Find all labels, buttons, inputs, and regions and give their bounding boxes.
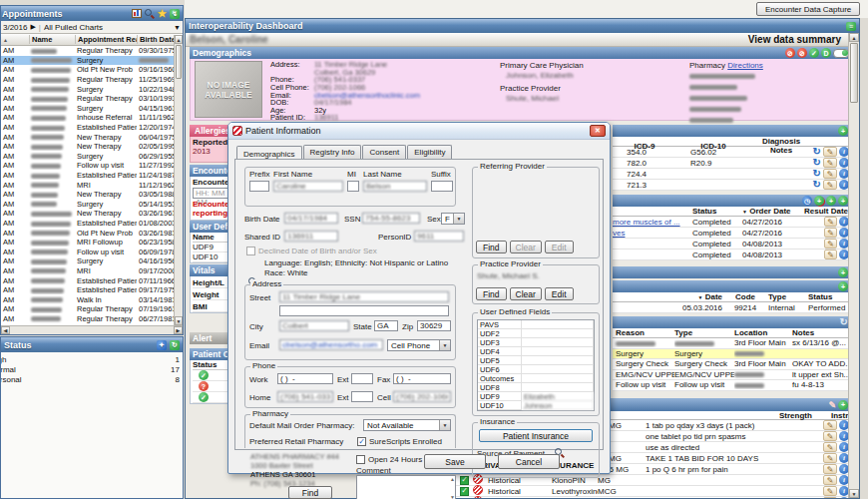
edit-diagnosis-icon[interactable]: ✎: [823, 169, 837, 179]
dashboard-vertical-scrollbar[interactable]: ▲ ▼: [848, 33, 859, 498]
person-id-field[interactable]: [414, 231, 464, 242]
pharmacy-find-button[interactable]: Find: [288, 486, 332, 499]
referring-edit-button[interactable]: Edit: [545, 241, 574, 253]
appointment-row[interactable]: AM Old Pt New Prob 09/16/1960: [1, 65, 175, 75]
edit-medication-icon[interactable]: ✎: [823, 453, 837, 463]
check-status-icon[interactable]: ✓: [199, 370, 209, 380]
refresh-diagnosis-icon[interactable]: ↻: [813, 158, 821, 168]
reason-column-header[interactable]: Appointment Reason: [75, 35, 137, 44]
add-order-icon[interactable]: +: [826, 196, 836, 206]
referring-clear-button[interactable]: Clear: [510, 241, 542, 253]
direct-icon[interactable]: D: [821, 48, 831, 58]
export-icon[interactable]: ↯: [170, 9, 180, 19]
practice-edit-button[interactable]: Edit: [545, 287, 574, 300]
edit-meds-icon[interactable]: ✎: [828, 400, 836, 410]
strength-column-header[interactable]: Strength: [779, 411, 812, 420]
edit-medication-icon[interactable]: ✎: [823, 475, 837, 485]
diagnosis-row[interactable]: 724.4 ↻ ✎ i: [613, 169, 851, 180]
appointment-row[interactable]: AM MRI 11/12/1962: [1, 180, 175, 190]
edit-medication-icon[interactable]: ✎: [823, 464, 837, 474]
last-name-field[interactable]: [363, 181, 427, 192]
time-column-header[interactable]: ▲: [1, 35, 29, 44]
appointment-row[interactable]: AM Regular Therapy 06/27/1981: [1, 314, 175, 324]
diagnosis-notes-column-header[interactable]: Diagnosis Notes: [750, 137, 812, 155]
ssn-field[interactable]: [362, 213, 420, 224]
name-column-header[interactable]: Name: [29, 35, 75, 44]
appointment-row[interactable]: AM Follow up visit 06/09/1978: [1, 247, 175, 256]
next-day-icon[interactable]: ▶: [30, 23, 35, 31]
order-date-column-header[interactable]: ▼ Order Date: [742, 207, 804, 216]
question-status-icon[interactable]: ?: [199, 381, 209, 391]
appointment-row[interactable]: AM MRI 09/17/2000: [1, 266, 175, 276]
appointment-row[interactable]: AM Regular Therapy 07/19/1961: [1, 304, 175, 314]
edit-medication-icon[interactable]: ✎: [823, 431, 837, 441]
mi-field[interactable]: [347, 181, 359, 192]
check-status-icon[interactable]: ✓: [199, 392, 209, 402]
visit-status-column-header[interactable]: Status: [808, 292, 851, 301]
appointment-row[interactable]: AM Walk In 03/14/1981: [1, 294, 175, 304]
med-active-checkbox[interactable]: ✓: [460, 476, 469, 485]
sex-select[interactable]: F▼: [441, 213, 465, 225]
mail-order-select[interactable]: Not Available▼: [363, 419, 451, 431]
dashboard-menu-icon[interactable]: ≡: [846, 22, 856, 31]
medication-row[interactable]: + ✓ Historical Levothyroxine Sodium MCG …: [450, 486, 851, 497]
appointment-row[interactable]: AM Established Patient 07/11/1966: [1, 275, 175, 285]
patient-insurance-button[interactable]: Patient Insurance: [479, 429, 593, 442]
edit-medication-icon[interactable]: ✎: [823, 486, 837, 496]
filter-dropdown-icon[interactable]: ▼: [174, 24, 181, 31]
date-filter[interactable]: 3/2016: [3, 23, 27, 32]
shared-id-field[interactable]: [284, 231, 338, 242]
toggle-icon[interactable]: [833, 49, 849, 58]
med-active-checkbox[interactable]: ✓: [460, 487, 469, 496]
appt-notes-column-header[interactable]: Notes: [792, 328, 851, 337]
encounter-data-capture-button[interactable]: Encounter Data Capture: [756, 2, 860, 16]
add-medication-icon[interactable]: +: [838, 400, 848, 410]
order-row[interactable]: Completed 04/08/2013 ✎ i: [613, 250, 851, 260]
diagnosis-row[interactable]: 721.3 ↻ ✎ i: [613, 180, 851, 191]
suffix-field[interactable]: [431, 181, 453, 192]
fax-field[interactable]: [393, 373, 451, 384]
visit-type-column-header[interactable]: Type: [768, 292, 808, 301]
appointment-row[interactable]: AM New Therapy 03/05/1988: [1, 190, 175, 200]
collapsed-section-bar[interactable]: +: [613, 266, 851, 278]
appointment-row[interactable]: AM Established Patient 11/24/1987: [1, 171, 175, 181]
edit-order-icon[interactable]: ✎: [824, 239, 837, 249]
search-icon[interactable]: [145, 9, 155, 19]
work-phone-field[interactable]: [277, 373, 333, 384]
status-row[interactable]: Normal 17: [1, 364, 183, 374]
ccd-error2-icon[interactable]: ⊘: [797, 48, 807, 58]
email-type-select[interactable]: Cell Phone▼: [387, 339, 451, 351]
work-ext-field[interactable]: [351, 373, 373, 384]
visit-code-column-header[interactable]: Code: [722, 292, 768, 301]
chart-icon[interactable]: [132, 9, 142, 18]
cancel-button[interactable]: Cancel: [498, 454, 560, 469]
state-field[interactable]: [374, 320, 398, 331]
open24-checkbox[interactable]: [356, 455, 365, 464]
add-order-alt-icon[interactable]: +: [838, 196, 848, 206]
appointment-detail-row[interactable]: Follow up visit Follow up visit fu 4-8-1…: [613, 380, 851, 391]
appt-type-column-header[interactable]: Type: [674, 328, 734, 337]
street-field[interactable]: [279, 291, 449, 302]
star-icon[interactable]: ★: [158, 8, 167, 19]
status-row[interactable]: High 1: [1, 354, 183, 364]
diagnosis-row[interactable]: 354.0 G56.02 ↻ ✎ i: [613, 147, 851, 158]
birth-date-field[interactable]: [284, 213, 338, 224]
add-visit-icon[interactable]: +: [838, 281, 848, 291]
visit-row[interactable]: 05.03.2016 99214 Internal Performed: [613, 302, 851, 313]
add-collapsed-icon[interactable]: +: [838, 267, 848, 277]
tools-icon[interactable]: ✦: [157, 340, 167, 350]
close-icon[interactable]: ✕: [590, 125, 606, 137]
appointment-detail-row[interactable]: 3rd Floor Main sx 6/13/16 @...: [613, 338, 851, 349]
edit-diagnosis-icon[interactable]: ✎: [823, 158, 837, 168]
email-field[interactable]: [279, 339, 383, 350]
prefix-field[interactable]: [249, 181, 269, 192]
refresh-diagnosis-icon[interactable]: ↻: [813, 180, 821, 190]
dialog-titlebar[interactable]: Patient Information ✕: [228, 123, 610, 140]
edit-diagnosis-icon[interactable]: ✎: [823, 180, 837, 190]
appointment-row[interactable]: AM New Therapy 06/04/1975: [1, 132, 175, 142]
refresh-diagnosis-icon[interactable]: ↻: [813, 147, 821, 157]
tab-registry-info[interactable]: Registry Info: [303, 145, 362, 160]
appointment-detail-row[interactable]: EMG/NCV UPPER EMG/NCV UPPER lt upper ext…: [613, 370, 851, 381]
result-date-column-header[interactable]: Result Date: [804, 207, 851, 216]
first-name-field[interactable]: [273, 181, 343, 192]
